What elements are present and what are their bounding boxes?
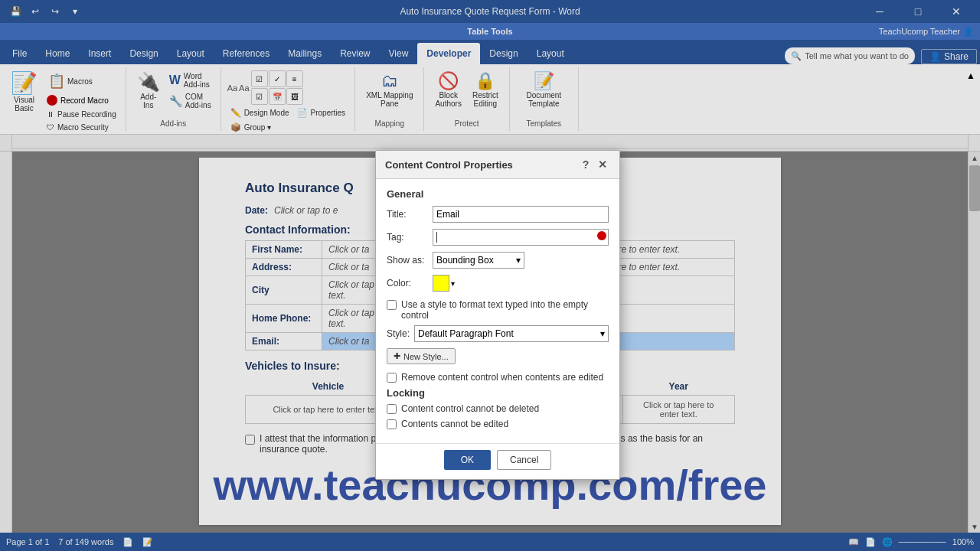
use-style-row: Use a style to format text typed into th… xyxy=(387,299,609,321)
show-as-row: Show as: Bounding Box ▾ xyxy=(387,252,609,269)
red-dot xyxy=(597,231,606,240)
new-style-icon: ✚ xyxy=(394,351,400,361)
dialog-title-icons: ? ✕ xyxy=(578,157,610,172)
dialog-title-text: Content Control Properties xyxy=(385,159,513,171)
dialog-title-bar: Content Control Properties ? ✕ xyxy=(376,151,619,179)
use-style-label: Use a style to format text typed into th… xyxy=(401,299,609,321)
cannot-edit-label: Contents cannot be edited xyxy=(401,419,508,429)
cannot-delete-label: Content control cannot be deleted xyxy=(401,403,539,414)
remove-control-checkbox[interactable] xyxy=(387,373,397,383)
new-style-button[interactable]: ✚ New Style... xyxy=(387,348,456,364)
color-swatch[interactable] xyxy=(433,275,449,292)
dialog-help-button[interactable]: ? xyxy=(578,157,593,172)
dialog-body: General Title: Tag: Show as: Bounding Bo… xyxy=(376,179,619,443)
style-row: Style: Default Paragraph Font ▾ xyxy=(387,325,609,342)
tag-input-wrapper xyxy=(433,229,609,246)
tag-label: Tag: xyxy=(387,232,433,243)
title-row: Title: xyxy=(387,206,609,223)
tag-cursor xyxy=(436,232,437,243)
title-input[interactable] xyxy=(433,206,609,223)
cannot-edit-checkbox[interactable] xyxy=(387,419,397,429)
ok-button[interactable]: OK xyxy=(444,450,491,470)
remove-control-row: Remove content control when contents are… xyxy=(387,372,609,383)
remove-control-label: Remove content control when contents are… xyxy=(401,372,603,383)
color-row: Color: ▾ xyxy=(387,275,609,292)
show-as-select[interactable]: Bounding Box ▾ xyxy=(433,252,524,269)
style-chevron-icon: ▾ xyxy=(600,328,605,339)
title-label: Title: xyxy=(387,209,433,220)
color-label: Color: xyxy=(387,278,433,289)
new-style-label: New Style... xyxy=(403,352,449,361)
general-section-label: General xyxy=(387,188,609,200)
show-as-value: Bounding Box xyxy=(436,255,494,266)
style-value: Default Paragraph Font xyxy=(418,328,514,339)
content-control-dialog: Content Control Properties ? ✕ General T… xyxy=(375,150,620,480)
use-style-checkbox[interactable] xyxy=(387,300,397,310)
cannot-delete-checkbox[interactable] xyxy=(387,404,397,414)
show-as-label: Show as: xyxy=(387,255,433,266)
tag-row: Tag: xyxy=(387,229,609,246)
style-label: Style: xyxy=(387,328,414,339)
style-select[interactable]: Default Paragraph Font ▾ xyxy=(414,325,609,342)
cancel-button[interactable]: Cancel xyxy=(497,450,551,470)
dialog-footer: OK Cancel xyxy=(376,443,619,479)
dialog-close-button[interactable]: ✕ xyxy=(595,157,610,172)
color-dropdown-button[interactable]: ▾ xyxy=(451,279,455,288)
cannot-edit-row: Contents cannot be edited xyxy=(387,419,609,429)
cannot-delete-row: Content control cannot be deleted xyxy=(387,403,609,414)
new-style-wrapper: ✚ New Style... xyxy=(387,348,609,364)
show-as-chevron-icon: ▾ xyxy=(516,255,521,266)
locking-label: Locking xyxy=(387,387,609,399)
